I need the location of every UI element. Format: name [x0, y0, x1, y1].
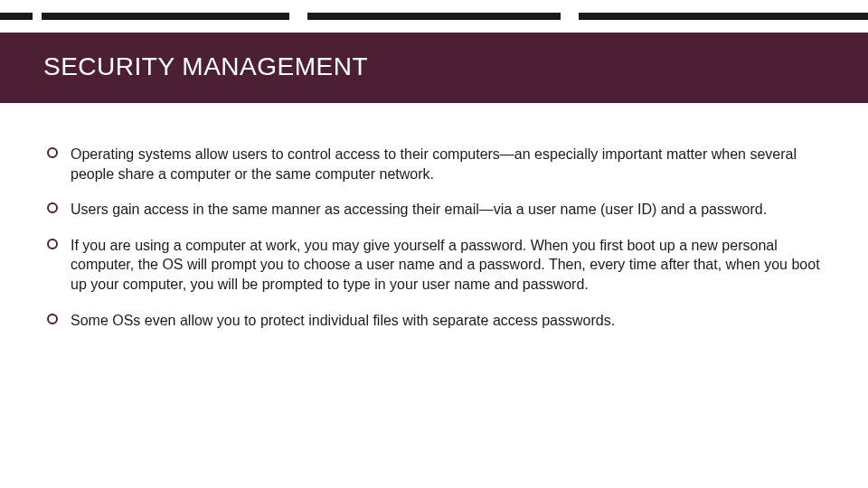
content-area: Operating systems allow users to control…	[0, 103, 868, 330]
top-accent-bar	[0, 13, 868, 20]
bar-gap	[33, 13, 42, 20]
bullet-text: Some OSs even allow you to protect indiv…	[71, 311, 615, 331]
bar-segment	[42, 13, 289, 20]
circle-bullet-icon	[47, 202, 58, 213]
list-item: Operating systems allow users to control…	[47, 145, 821, 183]
bullet-list: Operating systems allow users to control…	[47, 145, 821, 330]
circle-bullet-icon	[47, 314, 58, 324]
slide-title: SECURITY MANAGEMENT	[43, 52, 825, 81]
bar-segment	[307, 13, 561, 20]
list-item: Users gain access in the same manner as …	[47, 200, 821, 220]
bar-segment	[579, 13, 868, 20]
list-item: If you are using a computer at work, you…	[47, 236, 821, 295]
bar-segment	[0, 13, 33, 20]
bar-gap	[289, 13, 307, 20]
bullet-text: Operating systems allow users to control…	[71, 145, 821, 183]
bullet-text: Users gain access in the same manner as …	[71, 200, 767, 220]
title-band: SECURITY MANAGEMENT	[0, 33, 868, 103]
circle-bullet-icon	[47, 239, 58, 249]
bullet-text: If you are using a computer at work, you…	[71, 236, 821, 295]
list-item: Some OSs even allow you to protect indiv…	[47, 311, 821, 331]
bar-gap	[561, 13, 579, 20]
circle-bullet-icon	[47, 147, 58, 158]
